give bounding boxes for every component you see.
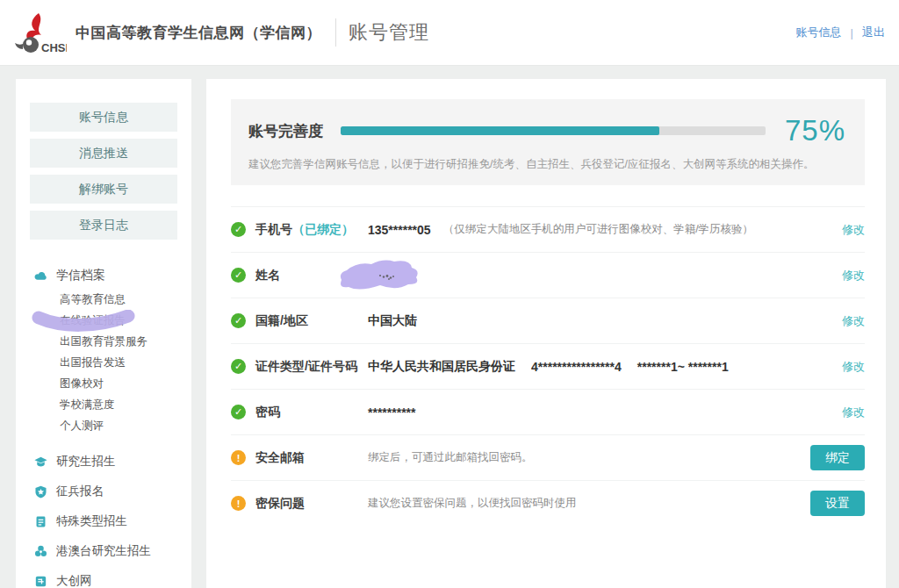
header: CHSI 中国高等教育学生信息网（学信网） 账号管理 账号信息 | 退出 [0,0,899,66]
sidebar-item-xuexin-archive[interactable]: 学信档案 [16,262,191,289]
table-row-nationality: ✓ 国籍/地区 中国大陆 修改 [231,298,865,343]
row-label: 手机号（已绑定） [255,222,368,238]
main-panel: 账号完善度 75% 建议您完善学信网账号信息，以便于进行研招推免/统考、自主招生… [206,79,886,588]
check-circle-icon: ✓ [231,222,246,237]
row-label: 密码 [255,405,368,420]
completeness-progress-fill [341,126,659,135]
clover-icon [33,544,48,559]
sidebar-item-label: 征兵报名 [56,484,104,499]
account-rows: ✓ 手机号（已绑定） 135******05 （仅绑定大陆地区手机的用户可进行图… [231,206,865,526]
sidebar-subitem-image-check[interactable]: 图像校对 [60,373,191,394]
sidebar-button-unbind-account[interactable]: 解绑账号 [30,175,177,204]
completeness-title: 账号完善度 [248,121,323,141]
id-number-value: 4****************4 [531,360,622,374]
sidebar-button-login-log[interactable]: 登录日志 [30,211,177,240]
document-icon [33,514,48,529]
phone-note: （仅绑定大陆地区手机的用户可进行图像校对、学籍/学历核验） [443,222,753,237]
sidebar-item-graduate-admission[interactable]: 研究生招生 [16,447,191,477]
account-management-page: CHSI 中国高等教育学生信息网（学信网） 账号管理 账号信息 | 退出 账号信… [0,0,899,588]
security-question-note: 建议您设置密保问题，以便找回密码时使用 [368,496,577,511]
nav-link-account-info[interactable]: 账号信息 [796,25,842,40]
check-circle-icon: ✓ [231,268,246,283]
sidebar-subitem-overseas-background-service[interactable]: 出国教育背景服务 [60,331,191,352]
sidebar-item-hk-macao-taiwan-graduate[interactable]: 港澳台研究生招生 [16,536,191,566]
chsi-logo[interactable]: CHSI [12,11,67,54]
id-type-value: 中华人民共和国居民身份证 [368,359,515,375]
star-badge-icon [33,484,48,499]
cloud-icon [33,269,48,283]
completeness-progress-bar [341,126,766,135]
sidebar-item-conscription-signup[interactable]: 征兵报名 [16,477,191,506]
row-label: 证件类型/证件号码 [255,359,368,375]
row-label: 国籍/地区 [255,313,368,329]
site-title: 中国高等教育学生信息网（学信网） [76,23,321,43]
table-row-phone: ✓ 手机号（已绑定） 135******05 （仅绑定大陆地区手机的用户可进行图… [231,206,865,252]
set-security-question-button[interactable]: 设置 [810,491,865,516]
archive-submenu: 高等教育信息 在线验证报告 出国教育背景服务 出国报告发送 图像校对 学校满意度… [16,289,191,436]
sidebar-button-message-push[interactable]: 消息推送 [30,139,177,168]
row-label: 姓名 [255,268,368,283]
page-title: 账号管理 [349,19,429,46]
nav-link-logout[interactable]: 退出 [862,25,885,40]
table-row-security-email: ! 安全邮箱 绑定后，可通过此邮箱找回密码。 绑定 [231,434,865,480]
header-nav: 账号信息 | 退出 [796,25,885,40]
modify-name-link[interactable]: 修改 [842,268,865,283]
sidebar-subitem-overseas-report-send[interactable]: 出国报告发送 [60,352,191,373]
nationality-value: 中国大陆 [368,313,417,329]
table-row-password: ✓ 密码 ********** 修改 [231,389,865,434]
completeness-description: 建议您完善学信网账号信息，以便于进行研招推免/统考、自主招生、兵役登记/应征报名… [248,157,845,172]
check-circle-icon: ✓ [231,359,246,374]
bound-badge: （已绑定） [292,222,354,236]
nav-separator: | [851,26,853,39]
sidebar-item-label: 研究生招生 [56,454,116,470]
sidebar-subitem-online-verification-report[interactable]: 在线验证报告 [60,310,191,331]
table-row-security-question: ! 密保问题 建议您设置密保问题，以便找回密码时使用 设置 [231,480,865,526]
chsi-phoenix-logo-icon: CHSI [12,11,67,54]
modify-password-link[interactable]: 修改 [842,405,865,420]
sidebar-item-special-type-admission[interactable]: 特殊类型招生 [16,506,191,536]
account-completeness-box: 账号完善度 75% 建议您完善学信网账号信息，以便于进行研招推免/统考、自主招生… [231,99,865,185]
table-row-id-document: ✓ 证件类型/证件号码 中华人民共和国居民身份证 4**************… [231,343,865,389]
modify-phone-link[interactable]: 修改 [842,222,865,238]
modify-nationality-link[interactable]: 修改 [842,313,865,329]
sidebar-button-account-info[interactable]: 账号信息 [30,103,177,132]
phone-value: 135******05 [368,223,431,237]
grad-cap-icon [33,455,48,470]
modify-id-link[interactable]: 修改 [842,359,865,375]
bind-email-button[interactable]: 绑定 [810,445,865,470]
sidebar-item-label: 港澳台研究生招生 [56,543,151,559]
security-email-note: 绑定后，可通过此邮箱找回密码。 [368,450,533,465]
chsi-logo-text: CHSI [41,41,67,54]
sidebar-subitem-school-satisfaction[interactable]: 学校满意度 [60,394,191,415]
sidebar-item-label: 大创网 [56,573,92,588]
warning-circle-icon: ! [231,496,246,511]
sidebar-subitem-higher-education-info[interactable]: 高等教育信息 [60,289,191,310]
sidebar-item-label: 特殊类型招生 [56,513,127,529]
row-label: 安全邮箱 [255,450,368,466]
sidebar-menu: 学信档案 高等教育信息 在线验证报告 出国教育背景服务 出国报告发送 图像校对 … [16,262,191,588]
check-circle-icon: ✓ [231,405,246,419]
password-value: ********** [368,405,415,419]
completeness-percent: 75% [785,114,845,147]
sidebar-subitem-personal-assessment[interactable]: 个人测评 [60,415,191,436]
sidebar-item-dachuang-net[interactable]: 大创网 [16,566,191,588]
sidebar: 账号信息 消息推送 解绑账号 登录日志 学信档案 高等教育信息 在线验证报告 出… [16,79,191,588]
table-row-name: ✓ 姓名 修改 [231,252,865,298]
check-circle-icon: ✓ [231,313,246,328]
row-label: 密保问题 [255,496,368,512]
sidebar-item-label: 学信档案 [56,268,105,283]
dachuang-icon [33,574,48,588]
warning-circle-icon: ! [231,450,246,465]
header-divider [335,18,336,47]
id-validity-value: *******1~ *******1 [637,360,729,374]
